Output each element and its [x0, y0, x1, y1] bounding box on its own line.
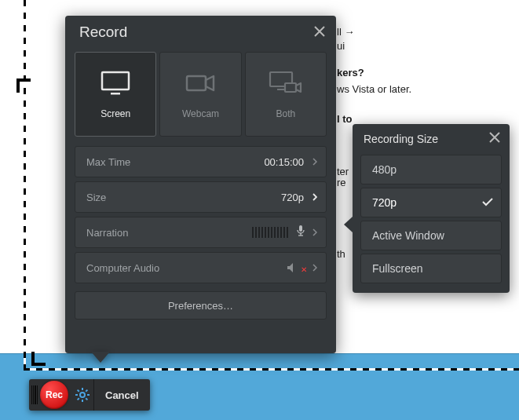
- svg-rect-2: [187, 76, 206, 90]
- close-icon[interactable]: [314, 24, 325, 41]
- recording-size-popup: Recording Size 480p 720p Active Window F…: [353, 124, 510, 293]
- background-text: kers?: [337, 67, 364, 79]
- chevron-right-icon: [310, 158, 320, 166]
- svg-line-16: [86, 390, 87, 392]
- row-size[interactable]: Size 720p: [75, 181, 327, 213]
- background-text: ter: [337, 166, 349, 177]
- option-label: Fullscreen: [372, 262, 423, 275]
- size-option-720p[interactable]: 720p: [360, 188, 502, 217]
- source-label: Webcam: [182, 108, 219, 119]
- popup-pointer: [344, 217, 353, 232]
- close-icon[interactable]: [489, 132, 500, 145]
- row-value: 00:15:00: [264, 156, 304, 168]
- speaker-muted-icon: ✕: [287, 262, 307, 273]
- level-meter: [252, 227, 288, 238]
- gear-icon[interactable]: [71, 379, 93, 411]
- record-button[interactable]: Rec: [40, 381, 68, 409]
- svg-line-15: [86, 398, 87, 400]
- svg-rect-1: [111, 93, 120, 95]
- option-label: 480p: [372, 163, 397, 176]
- source-both[interactable]: Both: [245, 52, 327, 137]
- microphone-icon: [296, 225, 305, 240]
- popup-title: Recording Size: [364, 133, 438, 145]
- row-label: Max Time: [86, 156, 130, 168]
- background-text: ll →: [337, 26, 354, 38]
- background-text: ws Vista or later.: [337, 83, 411, 95]
- drag-handle-icon[interactable]: [29, 379, 40, 411]
- panel-pointer: [91, 352, 110, 363]
- cancel-button[interactable]: Cancel: [94, 379, 150, 411]
- svg-rect-0: [102, 72, 129, 89]
- svg-line-14: [78, 390, 79, 392]
- row-value: 720p: [281, 192, 304, 203]
- source-label: Screen: [101, 108, 130, 119]
- chevron-right-icon: [310, 264, 320, 272]
- size-option-active-window[interactable]: Active Window: [360, 221, 502, 250]
- source-screen[interactable]: Screen: [75, 52, 156, 137]
- preferences-button[interactable]: Preferences…: [75, 291, 327, 320]
- capture-handle-icon[interactable]: [31, 352, 46, 366]
- option-label: 720p: [372, 196, 397, 209]
- row-max-time[interactable]: Max Time 00:15:00: [75, 146, 327, 177]
- background-text: re: [337, 177, 346, 188]
- record-control-strip: Rec Cancel: [29, 379, 150, 411]
- background-text: ui: [337, 40, 345, 52]
- size-option-480p[interactable]: 480p: [360, 155, 502, 184]
- capture-handle-icon[interactable]: [16, 79, 31, 93]
- svg-rect-5: [285, 83, 296, 92]
- chevron-right-icon: [310, 193, 320, 201]
- source-label: Both: [276, 108, 295, 119]
- check-icon: [482, 196, 493, 209]
- background-text: th: [337, 248, 345, 260]
- chevron-right-icon: [310, 228, 320, 236]
- source-webcam[interactable]: Webcam: [159, 52, 241, 137]
- row-computer-audio[interactable]: Computer Audio ✕: [75, 252, 327, 283]
- size-option-fullscreen[interactable]: Fullscreen: [360, 254, 502, 283]
- option-label: Active Window: [372, 229, 444, 242]
- webcam-icon: [182, 69, 218, 100]
- background-text: I to: [337, 113, 353, 125]
- screen-icon: [97, 69, 133, 100]
- svg-line-17: [78, 398, 79, 400]
- row-label: Narration: [86, 227, 128, 239]
- svg-point-9: [80, 393, 85, 397]
- svg-rect-4: [277, 89, 285, 90]
- row-label: Size: [86, 192, 106, 203]
- row-narration[interactable]: Narration: [75, 217, 327, 248]
- record-panel: Record Screen Webcam Both Max Time: [65, 16, 336, 353]
- row-label: Computer Audio: [86, 262, 159, 274]
- both-icon: [268, 69, 304, 100]
- svg-rect-6: [299, 225, 302, 232]
- panel-title: Record: [79, 24, 127, 41]
